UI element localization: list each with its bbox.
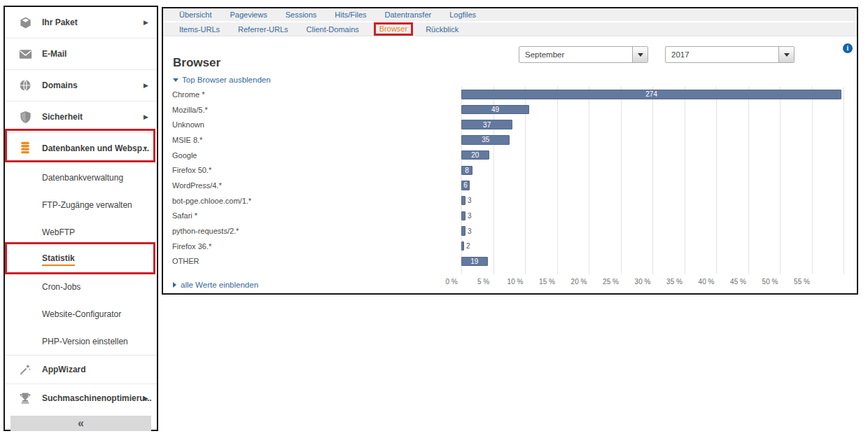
chevron-right-icon: ▶ [144,19,148,26]
sidebar-subitem-webftp[interactable]: WebFTP [5,218,157,246]
chart-row: Mozilla/5.*49 [172,102,853,118]
tab-browser-active[interactable]: Browser [379,24,407,33]
package-icon [18,15,33,29]
tab-sessions[interactable]: Sessions [286,10,317,19]
x-tick-label: 10 % [507,278,524,286]
tab-pageviews[interactable]: Pageviews [230,10,267,19]
bar-area: 6 [461,181,853,190]
x-tick-label: 0 % [445,278,457,286]
sidebar-item-ihr-paket[interactable]: Ihr Paket ▶ [5,7,157,38]
year-select[interactable]: 2017 [665,46,794,63]
sidebar-subitem-label: PHP-Version einstellen [42,337,128,346]
x-tick-label: 50 % [762,278,778,286]
bar-value-label: 19 [470,258,478,265]
bar-area: 3 [461,196,853,206]
chart-bar: 274 [461,90,841,99]
x-tick-label: 35 % [666,278,682,286]
tab-hits-files[interactable]: Hits/Files [335,10,366,19]
tab-items-urls[interactable]: Items-URLs [179,25,220,34]
chart-bar: 20 [461,150,489,160]
bar-value-label: 49 [491,106,499,113]
shield-icon [18,110,33,124]
sidebar-item-datenbanken[interactable]: Datenbanken und Websp... ▼ [5,133,157,164]
triangle-right-icon [173,282,176,288]
chart-category-label: Google [172,151,461,160]
chevron-down-icon [638,53,643,57]
sidebar-subitem-ftp-zugaenge[interactable]: FTP-Zugänge verwalten [5,191,157,218]
month-select-value: September [525,50,564,59]
chevron-down-icon [784,53,790,57]
sidebar-subitem-statistik[interactable]: Statistik [5,246,157,273]
bar-value-label: 3 [468,212,472,220]
x-tick-label: 25 % [603,278,619,286]
bar-area: 20 [461,150,853,160]
show-all-values-label: alle Werte einblenden [181,281,258,289]
chart-bar: 35 [461,135,510,145]
chart-bar: 6 [461,181,470,190]
tab-referrer-urls[interactable]: Referrer-URLs [238,25,288,34]
bar-area: 8 [461,166,853,176]
bar-area: 35 [461,135,853,145]
bar-value-label: 37 [483,121,491,129]
chart-category-label: OTHER [172,257,461,265]
bar-area: 37 [461,120,853,129]
sidebar-item-label: Ihr Paket [42,17,78,27]
sidebar-collapse-button[interactable]: « [10,416,151,431]
chart-row: OTHER19 [172,254,853,269]
month-select-dropdown-button[interactable] [632,47,648,62]
wand-icon [18,363,33,377]
chart-row: Firefox 36.*2 [172,239,853,254]
bar-value-label: 6 [463,181,468,189]
x-tick-label: 55 % [794,278,810,286]
chart-category-label: bot-pge.chlooe.com/1.* [172,197,461,205]
tab-uebersicht[interactable]: Übersicht [179,10,211,19]
sidebar-item-appwizard[interactable]: AppWizard [5,355,157,384]
sidebar-subitem-datenbankverwaltung[interactable]: Datenbankverwaltung [5,164,157,191]
sidebar-subitem-website-configurator[interactable]: Website-Configurator [5,300,157,328]
bar-value-label: 3 [468,197,472,204]
bar-value-label: 20 [471,151,479,159]
year-select-dropdown-button[interactable] [778,47,794,62]
x-tick-label: 5 % [477,278,489,286]
chart-bar [461,196,465,206]
sidebar-item-email[interactable]: E-Mail [5,38,157,70]
sidebar-subitem-php-version[interactable]: PHP-Version einstellen [5,328,157,355]
page-title: Browser [173,56,220,70]
top-browser-toggle-label: Top Browser ausblenden [182,76,271,84]
tab-logfiles[interactable]: Logfiles [449,10,476,19]
sidebar-item-domains[interactable]: Domains ▶ [5,70,157,101]
year-select-value: 2017 [671,50,690,59]
sidebar-item-suchmaschinenoptimierung[interactable]: Suchmaschinenoptimieru... ▶ [5,384,157,412]
chart-category-label: Chrome * [172,90,461,99]
tab-datentransfer[interactable]: Datentransfer [385,10,432,19]
sidebar-subitem-cron-jobs[interactable]: Cron-Jobs [5,273,157,300]
chart-row: bot-pge.chlooe.com/1.*3 [172,193,853,209]
sidebar-item-label: Sicherheit [42,112,83,122]
chart-bar: 8 [461,166,472,176]
tab-row-primary: Übersicht Pageviews Sessions Hits/Files … [163,8,857,22]
month-select[interactable]: September [519,46,648,63]
top-browser-toggle[interactable]: Top Browser ausblenden [173,76,271,84]
chart-bar [461,211,465,221]
show-all-values-toggle[interactable]: alle Werte einblenden [173,281,258,289]
chart-bar: 37 [461,120,512,129]
x-tick-label: 15 % [539,278,555,286]
sidebar-subitem-label: Cron-Jobs [42,282,80,292]
annotation-box-browser-tab: Browser [374,22,413,36]
bar-value-label: 2 [466,242,470,250]
chart-category-label: Firefox 50.* [172,166,461,174]
chart-category-label: Firefox 36.* [172,242,461,251]
content-panel: Übersicht Pageviews Sessions Hits/Files … [162,7,858,295]
chart-bar [461,226,465,236]
chart-bar: 19 [461,257,488,267]
bar-area: 49 [461,105,853,115]
chart-row: MSIE 8.*35 [172,132,853,148]
tab-rueckblick[interactable]: Rückblick [426,25,458,34]
bar-area: 274 [461,90,853,99]
globe-icon [18,78,33,92]
info-icon[interactable]: i [843,43,853,53]
sidebar-item-sicherheit[interactable]: Sicherheit ▶ [5,101,157,133]
tab-client-domains[interactable]: Client-Domains [307,25,359,34]
sidebar-item-label: Suchmaschinenoptimieru... [42,393,152,403]
chart-category-label: MSIE 8.* [172,136,461,144]
